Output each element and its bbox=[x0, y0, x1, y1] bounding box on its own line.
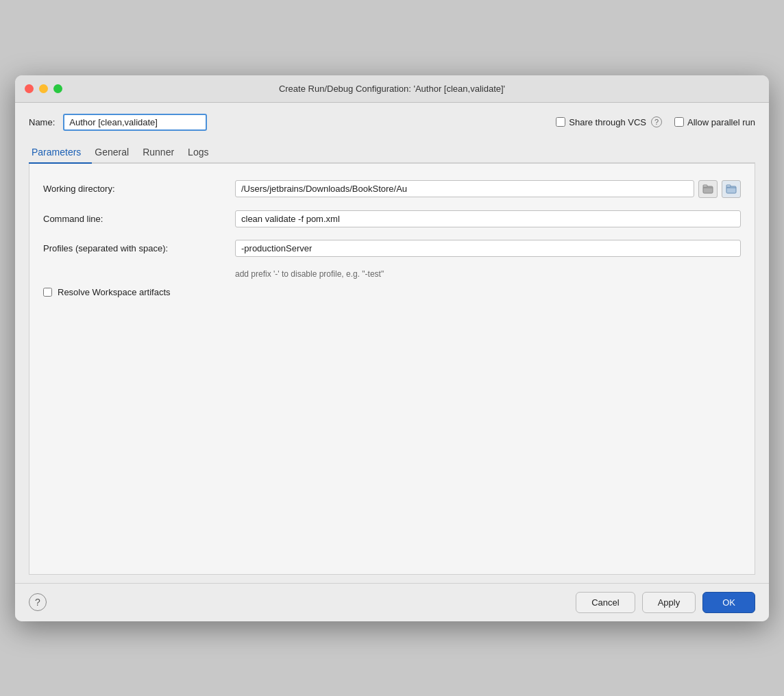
profiles-row: Profiles (separated with space): bbox=[43, 240, 741, 257]
working-directory-label: Working directory: bbox=[43, 184, 235, 194]
share-help-icon[interactable]: ? bbox=[651, 116, 662, 127]
parallel-run-checkbox[interactable] bbox=[674, 117, 684, 127]
tab-parameters[interactable]: Parameters bbox=[29, 142, 92, 164]
tab-logs[interactable]: Logs bbox=[185, 142, 219, 164]
dialog-window: Create Run/Debug Configuration: 'Author … bbox=[15, 75, 769, 621]
window-title: Create Run/Debug Configuration: 'Author … bbox=[279, 84, 505, 94]
working-directory-row: Working directory: bbox=[43, 180, 741, 198]
command-line-input[interactable] bbox=[235, 210, 741, 227]
parallel-run-wrapper: Allow parallel run bbox=[674, 117, 755, 127]
profiles-hint: add prefix '-' to disable profile, e.g. … bbox=[235, 269, 741, 279]
working-directory-input[interactable] bbox=[235, 180, 694, 197]
name-row: Name: Share through VCS ? Allow parallel… bbox=[29, 114, 755, 131]
resolve-artifacts-checkbox[interactable] bbox=[43, 288, 52, 297]
profiles-label: Profiles (separated with space): bbox=[43, 243, 235, 253]
help-button[interactable]: ? bbox=[29, 593, 47, 611]
maximize-button[interactable] bbox=[53, 84, 62, 93]
window-controls bbox=[25, 84, 62, 93]
tabs-bar: Parameters General Runner Logs bbox=[29, 142, 755, 164]
help-icon: ? bbox=[35, 597, 40, 608]
ok-button[interactable]: OK bbox=[702, 592, 755, 613]
working-directory-input-wrapper bbox=[235, 180, 741, 198]
apply-button[interactable]: Apply bbox=[642, 592, 696, 613]
command-line-row: Command line: bbox=[43, 210, 741, 227]
share-vcs-checkbox[interactable] bbox=[556, 117, 565, 127]
share-vcs-wrapper: Share through VCS ? bbox=[556, 116, 669, 127]
close-button[interactable] bbox=[25, 84, 34, 93]
profiles-input-wrapper bbox=[235, 240, 741, 257]
dialog-footer: ? Cancel Apply OK bbox=[15, 583, 769, 621]
tab-runner[interactable]: Runner bbox=[140, 142, 185, 164]
name-input[interactable] bbox=[63, 114, 207, 131]
parallel-run-label: Allow parallel run bbox=[687, 117, 755, 127]
tab-general[interactable]: General bbox=[92, 142, 140, 164]
browse-variable-button[interactable] bbox=[722, 180, 741, 198]
command-line-input-wrapper bbox=[235, 210, 741, 227]
footer-right: Cancel Apply OK bbox=[576, 592, 755, 613]
share-vcs-label: Share through VCS bbox=[569, 117, 646, 127]
cancel-button[interactable]: Cancel bbox=[576, 592, 635, 613]
header-options: Share through VCS ? Allow parallel run bbox=[556, 116, 755, 127]
resolve-artifacts-row: Resolve Workspace artifacts bbox=[43, 287, 741, 297]
browse-folder-button[interactable] bbox=[698, 180, 718, 198]
minimize-button[interactable] bbox=[39, 84, 48, 93]
footer-left: ? bbox=[29, 593, 47, 611]
svg-rect-1 bbox=[703, 185, 707, 187]
svg-rect-3 bbox=[726, 185, 731, 187]
profiles-input[interactable] bbox=[235, 240, 741, 257]
dialog-content: Name: Share through VCS ? Allow parallel… bbox=[15, 103, 769, 583]
resolve-artifacts-label: Resolve Workspace artifacts bbox=[58, 287, 171, 297]
command-line-label: Command line: bbox=[43, 214, 235, 224]
name-label: Name: bbox=[29, 117, 55, 127]
titlebar: Create Run/Debug Configuration: 'Author … bbox=[15, 75, 769, 103]
tab-content-parameters: Working directory: bbox=[29, 164, 755, 575]
